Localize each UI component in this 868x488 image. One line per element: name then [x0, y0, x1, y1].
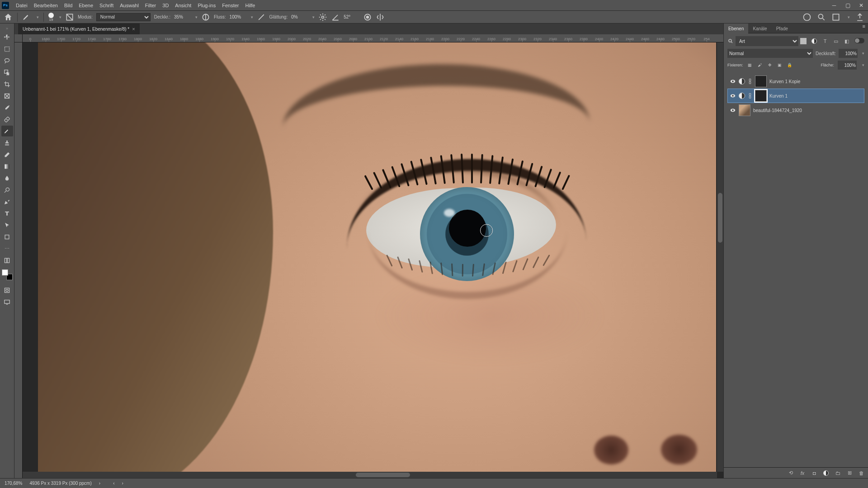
menu-plug-ins[interactable]: Plug-ins — [194, 0, 219, 11]
filter-type-icon[interactable]: T — [822, 38, 828, 44]
menu-ebene[interactable]: Ebene — [75, 0, 96, 11]
menu-bild[interactable]: Bild — [61, 0, 75, 11]
menu-fenster[interactable]: Fenster — [219, 0, 242, 11]
chevron-down-icon[interactable]: ▾ — [37, 15, 39, 19]
tab-paths[interactable]: Pfade — [772, 23, 793, 33]
chevron-down-icon[interactable]: ▾ — [195, 15, 198, 19]
eyedropper-tool[interactable] — [1, 102, 13, 113]
angle-input[interactable] — [344, 14, 359, 19]
minimize-button[interactable]: ─ — [827, 0, 841, 11]
heal-tool[interactable] — [1, 114, 13, 125]
pen-tool[interactable] — [1, 196, 13, 207]
share-icon[interactable] — [855, 13, 864, 22]
pressure-size-icon[interactable] — [363, 13, 372, 22]
airbrush-icon[interactable] — [257, 13, 266, 22]
status-chevron[interactable]: › — [99, 481, 100, 486]
new-adjust-icon[interactable] — [823, 470, 829, 476]
layer-opacity-input[interactable] — [839, 49, 858, 58]
smoothing-options-icon[interactable] — [318, 13, 327, 22]
link-layers-icon[interactable]: ⟲ — [788, 470, 794, 476]
more-tools[interactable]: ⋯ — [1, 243, 13, 254]
selection-tool[interactable] — [1, 67, 13, 78]
close-icon[interactable]: × — [132, 26, 135, 32]
status-nav-left[interactable]: ‹ — [113, 481, 114, 486]
angle-icon[interactable] — [331, 13, 340, 22]
menu-auswahl[interactable]: Auswahl — [117, 0, 142, 11]
brush-panel-icon[interactable] — [65, 13, 74, 22]
screenmode-tool[interactable] — [1, 296, 13, 307]
opacity-input[interactable] — [174, 14, 190, 19]
brush-preview-icon[interactable] — [48, 13, 54, 18]
menu-filter[interactable]: Filter — [142, 0, 159, 11]
lock-transparent-icon[interactable]: ▦ — [747, 62, 753, 68]
brush-tool-icon[interactable] — [22, 13, 31, 22]
layer-row[interactable]: Kurven 1 — [727, 89, 864, 103]
frame-tool[interactable] — [1, 90, 13, 101]
lock-position-icon[interactable]: ✥ — [767, 62, 773, 68]
symmetry-icon[interactable] — [376, 13, 385, 22]
filter-shape-icon[interactable]: ▭ — [833, 38, 839, 44]
layer-visibility-icon[interactable] — [730, 107, 736, 113]
filter-pixel-icon[interactable] — [800, 38, 807, 44]
pressure-opacity-icon[interactable] — [201, 13, 210, 22]
chevron-down-icon[interactable]: ▾ — [848, 15, 850, 19]
add-mask-icon[interactable]: ◘ — [811, 470, 817, 476]
chevron-down-icon[interactable]: ▾ — [59, 15, 61, 19]
edit-toolbar[interactable] — [1, 255, 13, 266]
new-group-icon[interactable]: 🗀 — [835, 470, 841, 476]
horizontal-ruler[interactable]: 0168017001720174017601780180018201840186… — [23, 34, 723, 42]
layer-visibility-icon[interactable] — [730, 78, 736, 84]
blur-tool[interactable] — [1, 173, 13, 183]
layer-visibility-icon[interactable] — [730, 93, 736, 99]
chevron-down-icon[interactable]: ▾ — [312, 15, 315, 19]
lock-artboard-icon[interactable]: ▣ — [777, 62, 783, 68]
new-layer-icon[interactable]: ⊞ — [846, 470, 853, 476]
search-icon[interactable] — [817, 13, 826, 22]
smoothing-input[interactable] — [291, 14, 307, 19]
panel-menu-icon[interactable]: ≡ — [860, 23, 868, 33]
filter-smart-icon[interactable]: ◧ — [844, 38, 850, 44]
crop-tool[interactable] — [1, 79, 13, 89]
move-tool[interactable] — [1, 32, 13, 42]
layer-thumb[interactable] — [739, 104, 750, 116]
chevron-down-icon[interactable]: ▾ — [251, 15, 253, 19]
filter-toggle[interactable] — [854, 38, 864, 43]
filter-adjust-icon[interactable] — [811, 38, 817, 44]
link-mask-icon[interactable] — [748, 78, 752, 84]
home-icon[interactable] — [4, 13, 13, 22]
shape-tool[interactable] — [1, 231, 13, 242]
layer-blend-select[interactable]: Normal — [727, 49, 813, 58]
type-tool[interactable] — [1, 208, 13, 219]
tab-channels[interactable]: Kanäle — [748, 23, 771, 33]
close-button[interactable]: ✕ — [854, 0, 868, 11]
link-mask-icon[interactable] — [748, 93, 752, 99]
horizontal-scrollbar[interactable] — [23, 472, 717, 478]
arrange-docs-icon[interactable] — [831, 13, 840, 22]
flow-input[interactable] — [230, 14, 245, 19]
marquee-tool[interactable] — [1, 43, 13, 54]
menu-3d[interactable]: 3D — [159, 0, 172, 11]
quickmask-tool[interactable] — [1, 285, 13, 296]
vertical-scrollbar[interactable] — [717, 42, 723, 472]
blend-mode-select[interactable]: Normal — [96, 13, 151, 21]
status-nav-right[interactable]: › — [122, 481, 123, 486]
canvas[interactable] — [23, 42, 717, 472]
dodge-tool[interactable] — [1, 184, 13, 195]
color-swatches[interactable] — [2, 269, 13, 280]
layer-row[interactable]: Kurven 1 Kopie — [727, 74, 864, 89]
stamp-tool[interactable] — [1, 137, 13, 148]
path-select-tool[interactable] — [1, 220, 13, 230]
lock-all-icon[interactable]: 🔒 — [787, 62, 793, 68]
lasso-tool[interactable] — [1, 55, 13, 66]
menu-bearbeiten[interactable]: Bearbeiten — [31, 0, 61, 11]
cloud-docs-icon[interactable] — [802, 13, 811, 22]
brush-tool[interactable] — [1, 126, 13, 136]
mask-thumb[interactable] — [755, 75, 767, 87]
layer-fill-input[interactable] — [838, 61, 857, 70]
layer-fx-icon[interactable]: fx — [799, 470, 806, 476]
menu-datei[interactable]: Datei — [13, 0, 31, 11]
mask-thumb[interactable] — [755, 90, 767, 102]
layer-filter-select[interactable]: Art — [736, 36, 798, 46]
document-tab[interactable]: Unbenannt-1 bei 171% (Kurven 1, Ebenenma… — [18, 23, 140, 34]
delete-layer-icon[interactable]: 🗑 — [858, 470, 864, 476]
